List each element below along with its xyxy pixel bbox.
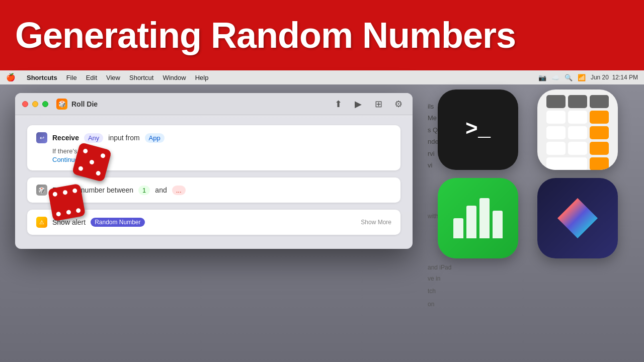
calc-btn-4 bbox=[546, 126, 566, 139]
chart-bar-1 bbox=[453, 218, 463, 238]
window-titlebar: 🎲 Roll Die ⬆ ▶ ⊞ ⚙ bbox=[15, 93, 413, 115]
menubar-right: 📷 ☁️ 🔍 📶 Jun 20 12:14 PM bbox=[538, 74, 638, 81]
numbers-app-icon[interactable] bbox=[438, 178, 518, 258]
window-toolbar-right: ⬆ ▶ ⊞ ⚙ bbox=[331, 97, 406, 111]
minimize-button[interactable] bbox=[32, 101, 38, 107]
any-pill[interactable]: Any bbox=[84, 133, 103, 143]
menu-icon-wifi: 📶 bbox=[578, 74, 586, 81]
app-icons-panel: >_ bbox=[433, 84, 634, 361]
number-2-pill[interactable]: ... bbox=[172, 186, 186, 195]
menu-edit[interactable]: Edit bbox=[86, 74, 97, 81]
calc-btn-8 bbox=[568, 111, 587, 124]
random-number-badge[interactable]: Random Number bbox=[91, 218, 144, 227]
input-from-text: input from bbox=[108, 134, 139, 142]
calculator-app-icon[interactable] bbox=[537, 89, 618, 170]
menu-icon-cloud: ☁️ bbox=[551, 74, 559, 81]
menu-help[interactable]: Help bbox=[195, 74, 209, 81]
numbers-chart bbox=[453, 198, 503, 238]
random-row: 🎲 Random number between 1 and ... bbox=[36, 185, 391, 196]
menu-shortcuts[interactable]: Shortcuts bbox=[27, 74, 57, 81]
calc-btn-7 bbox=[546, 111, 566, 124]
calc-btn-sign bbox=[568, 95, 587, 108]
calc-btn-mul bbox=[590, 126, 609, 139]
receive-row: ↩ Receive Any input from App bbox=[36, 132, 391, 143]
die-2 bbox=[48, 184, 86, 221]
terminal-prompt: >_ bbox=[465, 118, 491, 142]
calc-btn-5 bbox=[568, 126, 587, 139]
random-block: 🎲 Random number between 1 and ... bbox=[27, 177, 400, 203]
receive-icon: ↩ bbox=[36, 132, 47, 143]
calc-btn-sub bbox=[590, 142, 609, 155]
calc-btn-0 bbox=[546, 157, 587, 170]
number-1-pill[interactable]: 1 bbox=[138, 186, 150, 195]
main-title: Generating Random Numbers bbox=[15, 15, 516, 56]
shortcuts-app-icon[interactable] bbox=[537, 178, 618, 258]
calc-buttons bbox=[546, 95, 609, 170]
terminal-app-icon[interactable]: >_ bbox=[438, 89, 518, 170]
menu-icon-screen: 📷 bbox=[538, 74, 546, 81]
random-icon: 🎲 bbox=[36, 185, 47, 196]
apple-menu[interactable]: 🍎 bbox=[6, 73, 16, 82]
settings-button[interactable]: ⚙ bbox=[391, 97, 406, 111]
source-pill[interactable]: App bbox=[145, 133, 165, 143]
menu-datetime: Jun 20 12:14 PM bbox=[591, 74, 638, 81]
menubar: 🍎 Shortcuts File Edit View Shortcut Wind… bbox=[0, 70, 644, 84]
alert-row: ⚠ Show alert Random Number Show More bbox=[36, 217, 391, 228]
chart-bar-4 bbox=[493, 211, 503, 238]
calc-btn-pct bbox=[590, 95, 609, 108]
maximize-button[interactable] bbox=[42, 101, 48, 107]
window-title-text: Roll Die bbox=[71, 100, 98, 108]
add-button[interactable]: ⊞ bbox=[371, 97, 385, 111]
title-banner: Generating Random Numbers bbox=[0, 0, 644, 70]
alert-icon: ⚠ bbox=[36, 217, 47, 228]
chart-bar-2 bbox=[466, 206, 476, 238]
calc-btn-div bbox=[590, 111, 609, 124]
calc-btn-clear bbox=[546, 95, 566, 108]
shortcuts-diamond bbox=[557, 198, 598, 238]
menu-shortcut[interactable]: Shortcut bbox=[129, 74, 153, 81]
show-more-button[interactable]: Show More bbox=[361, 219, 391, 226]
play-button[interactable]: ▶ bbox=[351, 97, 365, 111]
close-button[interactable] bbox=[22, 101, 28, 107]
calc-btn-1 bbox=[546, 142, 566, 155]
window-title: 🎲 Roll Die bbox=[56, 99, 98, 110]
share-button[interactable]: ⬆ bbox=[331, 97, 345, 111]
receive-label: Receive bbox=[52, 134, 79, 142]
calc-btn-add bbox=[590, 157, 609, 170]
and-text: and bbox=[155, 186, 167, 194]
shortcut-content: ↩ Receive Any input from App If there's … bbox=[15, 115, 413, 245]
calc-btn-2 bbox=[568, 142, 587, 155]
menu-view[interactable]: View bbox=[106, 74, 120, 81]
menu-icon-location: 🔍 bbox=[565, 74, 573, 81]
window-app-icon: 🎲 bbox=[56, 99, 67, 110]
menu-window[interactable]: Window bbox=[163, 74, 186, 81]
chart-bar-3 bbox=[479, 198, 490, 238]
menu-file[interactable]: File bbox=[66, 74, 77, 81]
